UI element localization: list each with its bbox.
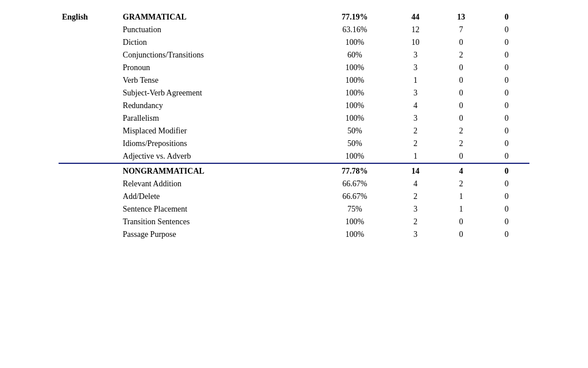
table-row: Verb Tense100%100 [59,74,529,87]
subcategory-num3: 0 [484,178,529,190]
empty-language-cell [59,228,119,241]
subcategory-num2: 0 [438,228,483,241]
subcategory-num1: 1 [393,150,438,163]
section-num3: 0 [484,163,529,178]
empty-language-cell [59,24,119,36]
subcategory-label: Conjunctions/Transitions [119,49,317,62]
subcategory-num2: 0 [438,150,483,163]
subcategory-num1: 4 [393,178,438,190]
subcategory-num1: 3 [393,49,438,62]
empty-language-cell [59,74,119,87]
subcategory-num3: 0 [484,49,529,62]
data-table: EnglishGRAMMATICAL77.19%44130Punctuation… [59,10,529,241]
subcategory-num3: 0 [484,137,529,150]
subcategory-num1: 3 [393,87,438,99]
table-row: Idioms/Prepositions50%220 [59,137,529,150]
section-header-row: NONGRAMMATICAL77.78%1440 [59,163,529,178]
subcategory-num3: 0 [484,99,529,112]
subcategory-num1: 3 [393,203,438,216]
subcategory-pct: 100% [317,112,393,125]
subcategory-label: Passage Purpose [119,228,317,241]
subcategory-label: Transition Sentences [119,216,317,228]
subcategory-num3: 0 [484,112,529,125]
empty-language-cell [59,203,119,216]
subcategory-num3: 0 [484,150,529,163]
subcategory-num2: 2 [438,137,483,150]
subcategory-num1: 2 [393,137,438,150]
subcategory-num3: 0 [484,125,529,137]
subcategory-pct: 66.67% [317,190,393,203]
subcategory-label: Idioms/Prepositions [119,137,317,150]
subcategory-num2: 7 [438,24,483,36]
subcategory-num3: 0 [484,24,529,36]
section-category-label: NONGRAMMATICAL [119,163,317,178]
subcategory-pct: 100% [317,99,393,112]
subcategory-label: Diction [119,36,317,49]
subcategory-num2: 0 [438,87,483,99]
subcategory-num2: 0 [438,99,483,112]
subcategory-label: Verb Tense [119,74,317,87]
subcategory-pct: 63.16% [317,24,393,36]
subcategory-pct: 100% [317,62,393,74]
table-row: Diction100%1000 [59,36,529,49]
subcategory-label: Subject-Verb Agreement [119,87,317,99]
table-row: Punctuation63.16%1270 [59,24,529,36]
table-row: Passage Purpose100%300 [59,228,529,241]
subcategory-num1: 1 [393,74,438,87]
section-pct: 77.78% [317,163,393,178]
subcategory-num3: 0 [484,74,529,87]
section-num1: 44 [393,10,438,24]
subcategory-label: Sentence Placement [119,203,317,216]
subcategory-num3: 0 [484,228,529,241]
empty-language-cell [59,178,119,190]
empty-language-cell [59,36,119,49]
table-row: Add/Delete66.67%210 [59,190,529,203]
subcategory-num1: 3 [393,112,438,125]
empty-language-cell [59,49,119,62]
subcategory-num2: 0 [438,74,483,87]
subcategory-label: Parallelism [119,112,317,125]
empty-language-cell [59,137,119,150]
table-row: Conjunctions/Transitions60%320 [59,49,529,62]
subcategory-pct: 100% [317,87,393,99]
table-row: Subject-Verb Agreement100%300 [59,87,529,99]
empty-language-cell [59,99,119,112]
language-label: English [59,10,119,24]
section-header-row: EnglishGRAMMATICAL77.19%44130 [59,10,529,24]
empty-language-cell [59,190,119,203]
section-pct: 77.19% [317,10,393,24]
table-row: Misplaced Modifier50%220 [59,125,529,137]
subcategory-pct: 100% [317,216,393,228]
subcategory-pct: 100% [317,150,393,163]
subcategory-num2: 2 [438,49,483,62]
subcategory-pct: 100% [317,36,393,49]
subcategory-num3: 0 [484,62,529,74]
subcategory-num2: 0 [438,62,483,74]
subcategory-num1: 3 [393,228,438,241]
subcategory-num3: 0 [484,190,529,203]
subcategory-label: Relevant Addition [119,178,317,190]
empty-language-cell [59,216,119,228]
subcategory-num2: 1 [438,190,483,203]
table-row: Redundancy100%400 [59,99,529,112]
subcategory-label: Add/Delete [119,190,317,203]
empty-language-cell [59,150,119,163]
subcategory-num3: 0 [484,203,529,216]
subcategory-label: Misplaced Modifier [119,125,317,137]
main-container: EnglishGRAMMATICAL77.19%44130Punctuation… [59,6,529,241]
subcategory-num2: 0 [438,216,483,228]
subcategory-pct: 100% [317,74,393,87]
section-num2: 13 [438,10,483,24]
table-row: Parallelism100%300 [59,112,529,125]
subcategory-num2: 1 [438,203,483,216]
empty-language-cell [59,62,119,74]
section-num1: 14 [393,163,438,178]
subcategory-num1: 10 [393,36,438,49]
table-row: Adjective vs. Adverb100%100 [59,150,529,163]
table-row: Sentence Placement75%310 [59,203,529,216]
table-row: Pronoun100%300 [59,62,529,74]
subcategory-num2: 2 [438,125,483,137]
subcategory-pct: 66.67% [317,178,393,190]
subcategory-num1: 2 [393,216,438,228]
subcategory-pct: 75% [317,203,393,216]
